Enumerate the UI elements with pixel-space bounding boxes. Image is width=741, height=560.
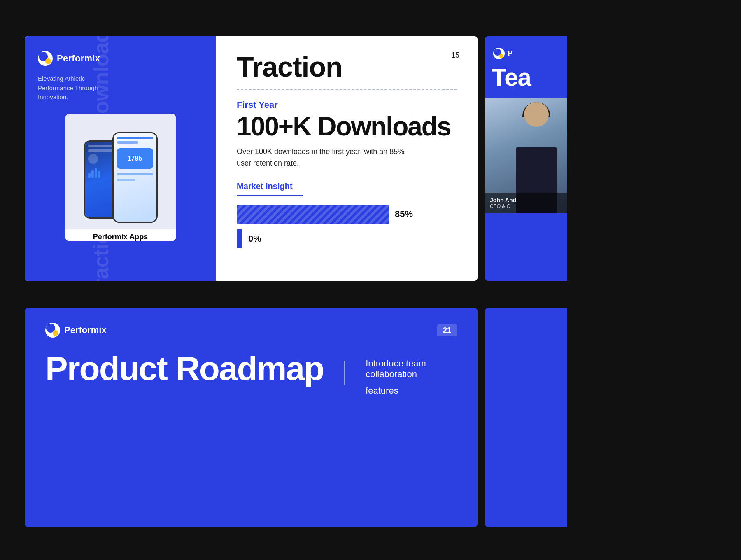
downloads-desc: Over 100K downloads in the first year, w… xyxy=(237,146,418,169)
apps-caption: Performix Apps xyxy=(65,229,176,241)
slide-21-feature-1: Introduce team collaboration xyxy=(366,358,457,380)
app-mockup-container: 1785 Performix Apps xyxy=(65,114,176,241)
slide-15-right-panel: 15 Traction First Year 100+K Downloads O… xyxy=(216,36,478,281)
bar-fill-0 xyxy=(237,229,242,248)
slide-21-features: Introduce team collaboration features xyxy=(366,352,457,396)
bar-label-0: 0% xyxy=(248,233,261,244)
logo-row: Performix xyxy=(38,51,203,66)
bar-chart: 85% 0% xyxy=(237,205,457,248)
slide-21-logo-row: Performix xyxy=(45,323,107,338)
performix-logo-name: Performix xyxy=(57,53,100,64)
traction-title: Traction xyxy=(237,53,457,81)
bar-row-0: 0% xyxy=(237,229,457,248)
slide-16-title: Tea xyxy=(485,65,567,90)
slide-21-feature-2: features xyxy=(366,385,457,396)
market-insight-label: Market Insight xyxy=(237,182,457,191)
tagline: Elevating Athletic Performance Through I… xyxy=(38,74,120,102)
slide-16-person-role: CEO & C xyxy=(490,203,562,209)
performix-logo-icon xyxy=(38,51,53,66)
slide-15: Traction – 100+K Downloads Performix Ele… xyxy=(25,36,478,281)
slide-22-partial xyxy=(485,308,567,527)
mini-bar-4 xyxy=(98,171,100,178)
slide-16-partial: P Tea John And CEO & C xyxy=(485,36,567,281)
phone-mini-bars xyxy=(88,168,116,178)
slide-21-divider-line xyxy=(344,361,345,385)
phone-bar-2 xyxy=(88,149,116,152)
phone-number: 1785 xyxy=(128,155,142,162)
phone-mockup-group: 1785 xyxy=(84,132,158,223)
mini-bar-3 xyxy=(95,168,97,178)
slide-16-person-name: John And xyxy=(490,197,562,203)
bar-fill-85 xyxy=(237,205,389,224)
phone-bar-white-1 xyxy=(117,137,153,139)
phone-screen-front: 1785 xyxy=(114,133,156,222)
bottom-row: Performix 21 Product Roadmap Introduce t… xyxy=(25,308,741,527)
first-year-label: First Year xyxy=(237,100,457,110)
slide-16-caption: John And CEO & C xyxy=(485,193,567,213)
bar-row-85: 85% xyxy=(237,205,457,224)
phone-screen-widget: 1785 xyxy=(117,148,153,169)
person-head xyxy=(524,102,549,127)
slide-21-header: Performix 21 xyxy=(45,323,457,338)
slide-number-15: 15 xyxy=(451,51,459,60)
phone-circle xyxy=(88,154,98,164)
slide-15-left-panel: Traction – 100+K Downloads Performix Ele… xyxy=(25,36,216,281)
bar-label-85: 85% xyxy=(395,209,413,219)
insight-underline xyxy=(237,195,303,196)
slide-21-number: 21 xyxy=(437,324,457,336)
phone-bar-white-2 xyxy=(117,141,139,144)
slide-21-divider-col xyxy=(344,352,345,385)
slide-16-photo: John And CEO & C xyxy=(485,98,567,213)
top-row: Traction – 100+K Downloads Performix Ele… xyxy=(25,36,741,281)
slide-16-logo-name: P xyxy=(508,50,513,57)
phone-bar-white-4 xyxy=(117,179,135,181)
phone-front: 1785 xyxy=(112,132,158,223)
slide-21-logo-name: Performix xyxy=(64,325,107,336)
slide-21-body: Product Roadmap Introduce team collabora… xyxy=(45,352,457,396)
slide-16-header: P xyxy=(485,36,567,65)
slide-21: Performix 21 Product Roadmap Introduce t… xyxy=(25,308,478,527)
downloads-headline: 100+K Downloads xyxy=(237,113,457,140)
slide-21-title: Product Roadmap xyxy=(45,352,324,385)
dashed-divider xyxy=(237,89,457,90)
slide-21-logo-icon xyxy=(45,323,60,338)
phone-bar-white-3 xyxy=(117,173,153,175)
mini-bar-2 xyxy=(91,170,94,178)
slide-16-logo-icon xyxy=(493,48,505,59)
mini-bar-1 xyxy=(88,173,91,178)
phone-bar-1 xyxy=(88,145,116,147)
